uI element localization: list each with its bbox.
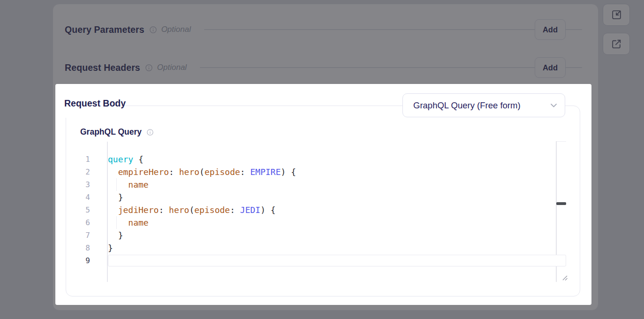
code-line: query {: [108, 153, 296, 166]
line-number: 3: [76, 178, 90, 191]
line-number: 4: [76, 191, 90, 204]
request-body-title: Request Body: [64, 98, 126, 109]
code-line: }: [108, 229, 296, 242]
line-number-gutter: 123456789: [76, 153, 90, 267]
chevron-down-icon: [550, 103, 557, 108]
line-number: 5: [76, 204, 90, 216]
line-number: 1: [76, 153, 90, 166]
code-line: }: [108, 191, 296, 204]
graphql-query-label-row: GraphQL Query: [80, 127, 153, 137]
body-type-select-value: GraphQL Query (Free form): [413, 100, 521, 111]
code-lines: query { empireHero: hero(episode: EMPIRE…: [108, 153, 296, 267]
line-number: 9: [76, 254, 90, 267]
graphql-query-label: GraphQL Query: [80, 127, 142, 137]
line-number: 7: [76, 229, 90, 242]
line-number: 6: [76, 216, 90, 229]
resize-grip-icon: [561, 274, 568, 281]
code-line: jediHero: hero(episode: JEDI) {: [108, 204, 296, 216]
request-body-panel: Request Body GraphQL Query (Free form) G…: [55, 84, 591, 305]
line-number: 8: [76, 242, 90, 254]
code-line: }: [108, 242, 296, 254]
code-line: [108, 254, 296, 267]
code-line: name: [108, 178, 296, 191]
code-line: name: [108, 216, 296, 229]
resize-handle[interactable]: [561, 274, 568, 281]
line-number: 2: [76, 166, 90, 178]
info-circle-icon[interactable]: [147, 129, 153, 136]
code-line: empireHero: hero(episode: EMPIRE) {: [108, 166, 296, 178]
body-type-select[interactable]: GraphQL Query (Free form): [402, 93, 565, 117]
scrollbar-thumb[interactable]: [556, 202, 566, 205]
